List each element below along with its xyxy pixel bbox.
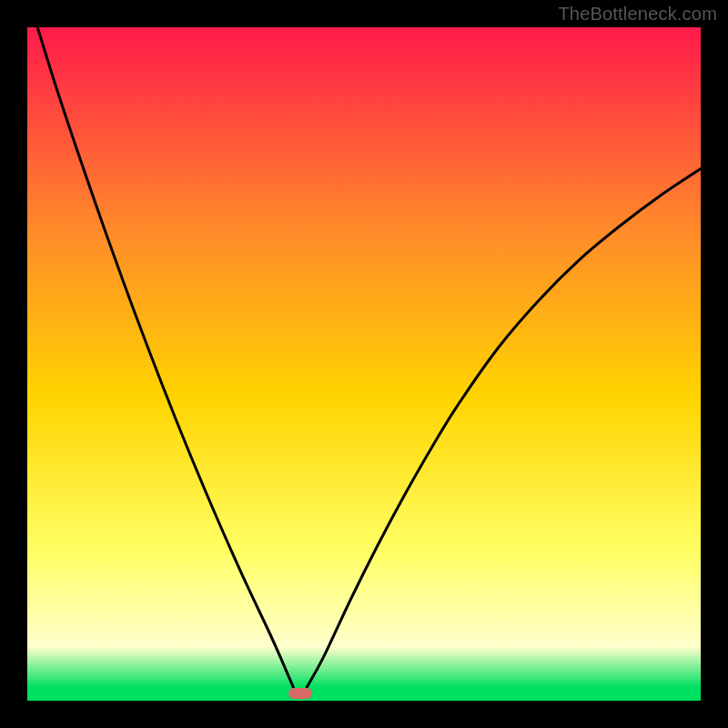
chart-frame: TheBottleneck.com [0, 0, 728, 728]
plot-area [27, 27, 701, 701]
watermark-text: TheBottleneck.com [558, 4, 717, 25]
gradient-and-curves [27, 27, 701, 701]
gradient-background [27, 27, 701, 701]
optimum-marker [288, 688, 312, 699]
